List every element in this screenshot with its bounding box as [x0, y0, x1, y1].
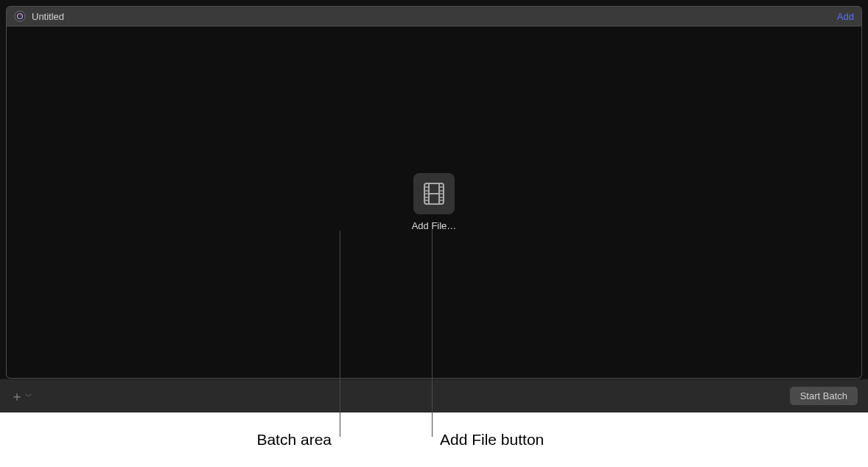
footer-bar: ＋ ﹀ Start Batch — [0, 379, 868, 412]
batch-area[interactable]: Add File… — [6, 27, 862, 379]
add-file-label: Add File… — [412, 220, 457, 231]
app-window: Untitled Add — [0, 0, 868, 412]
add-menu-button[interactable]: ＋ ﹀ — [10, 387, 32, 405]
add-button[interactable]: Add — [837, 11, 854, 22]
callout-label-batch-area: Batch area — [228, 431, 332, 449]
start-batch-button[interactable]: Start Batch — [790, 387, 858, 405]
compressor-app-icon — [14, 10, 26, 22]
chevron-down-icon: ﹀ — [25, 391, 32, 401]
window-title: Untitled — [32, 11, 837, 22]
header-bar: Untitled Add — [6, 6, 862, 27]
add-file-button[interactable]: Add File… — [412, 173, 457, 231]
plus-icon: ＋ — [10, 387, 24, 405]
film-icon — [413, 173, 455, 214]
callout-line-add-file — [432, 228, 433, 437]
callout-label-add-file: Add File button — [440, 431, 544, 449]
callout-line-batch-area — [340, 231, 340, 437]
